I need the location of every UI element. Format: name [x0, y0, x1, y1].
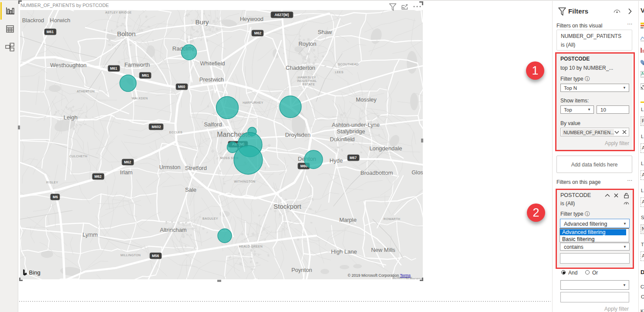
svg-text:Bolton: Bolton: [117, 30, 136, 37]
svg-text:HAWKSLEY: HAWKSLEY: [298, 76, 316, 79]
svg-text:Royton: Royton: [298, 41, 316, 47]
svg-text:Whitefield: Whitefield: [200, 60, 225, 67]
svg-text:ESTATE: ESTATE: [303, 83, 315, 86]
svg-text:Farnworth: Farnworth: [125, 61, 150, 68]
svg-text:M61: M61: [142, 73, 149, 78]
svg-text:BAGULEY: BAGULEY: [202, 217, 218, 220]
svg-text:Glossop: Glossop: [411, 169, 423, 176]
svg-text:ATHERTON: ATHERTON: [77, 90, 95, 93]
svg-text:INDUSTRIAL: INDUSTRIAL: [297, 79, 317, 82]
svg-text:Horwich: Horwich: [50, 17, 71, 24]
svg-text:Westhoughton: Westhoughton: [50, 62, 87, 68]
svg-text:M61: M61: [110, 66, 118, 71]
svg-text:Marple: Marple: [339, 217, 357, 223]
svg-text:M56: M56: [152, 254, 159, 258]
svg-text:Blackrod: Blackrod: [22, 17, 44, 24]
svg-text:M602: M602: [152, 125, 161, 129]
svg-text:Longdendale: Longdendale: [369, 145, 402, 152]
svg-text:M62: M62: [94, 174, 102, 179]
svg-text:Hyde: Hyde: [330, 157, 343, 164]
svg-text:RISLEY: RISLEY: [46, 181, 58, 184]
svg-text:High Lane: High Lane: [331, 248, 357, 255]
svg-text:Stockport: Stockport: [273, 203, 301, 210]
svg-text:M6: M6: [53, 195, 58, 199]
svg-text:CULCHETH: CULCHETH: [69, 155, 87, 158]
svg-text:Bury: Bury: [196, 18, 209, 26]
svg-text:Urmston: Urmston: [159, 164, 180, 170]
svg-text:Poynton: Poynton: [291, 267, 312, 273]
svg-text:A627(M): A627(M): [274, 13, 289, 17]
svg-text:Irlam: Irlam: [120, 169, 133, 176]
svg-text:Salford: Salford: [204, 121, 222, 128]
svg-text:Stretford: Stretford: [185, 165, 207, 171]
svg-text:ROWARTH: ROWARTH: [384, 217, 401, 220]
svg-text:MILLINGTON: MILLINGTON: [121, 254, 141, 257]
svg-text:WITHINGTON: WITHINGTON: [234, 180, 256, 183]
svg-text:New Mills: New Mills: [371, 247, 395, 253]
svg-text:Broadbottom: Broadbottom: [361, 170, 393, 176]
svg-text:Droylsden: Droylsden: [285, 132, 311, 138]
svg-text:HEALD GREEN: HEALD GREEN: [239, 245, 263, 248]
svg-text:ASTLEY BRIDGE: ASTLEY BRIDGE: [105, 11, 132, 14]
svg-text:M62: M62: [254, 31, 262, 35]
svg-text:Stalybridge: Stalybridge: [337, 128, 365, 135]
svg-text:Ashton-under-Lyne: Ashton-under-Lyne: [332, 122, 380, 128]
svg-text:Lymm: Lymm: [83, 231, 98, 238]
svg-text:M62: M62: [124, 160, 131, 164]
svg-text:M60: M60: [178, 85, 185, 89]
svg-text:Dukinfield: Dukinfield: [330, 136, 354, 142]
svg-text:Altrincham: Altrincham: [160, 227, 186, 233]
svg-text:ECCLES: ECCLES: [169, 131, 182, 134]
svg-text:M67: M67: [350, 156, 357, 160]
svg-text:Shaw: Shaw: [318, 29, 332, 35]
svg-text:LEES: LEES: [335, 71, 344, 74]
svg-text:Leigh: Leigh: [64, 114, 78, 121]
svg-text:SCOUTHEAD: SCOUTHEAD: [338, 63, 359, 66]
svg-text:HARPURHEY: HARPURHEY: [243, 101, 263, 104]
svg-text:Sale: Sale: [185, 187, 196, 193]
svg-text:M61: M61: [47, 30, 54, 34]
svg-text:Mossley: Mossley: [356, 96, 377, 103]
svg-text:Heywood: Heywood: [240, 16, 263, 22]
svg-text:WALKDEN: WALKDEN: [131, 97, 148, 100]
svg-text:Chadderton: Chadderton: [286, 64, 315, 71]
svg-text:Prestwich: Prestwich: [199, 76, 224, 83]
